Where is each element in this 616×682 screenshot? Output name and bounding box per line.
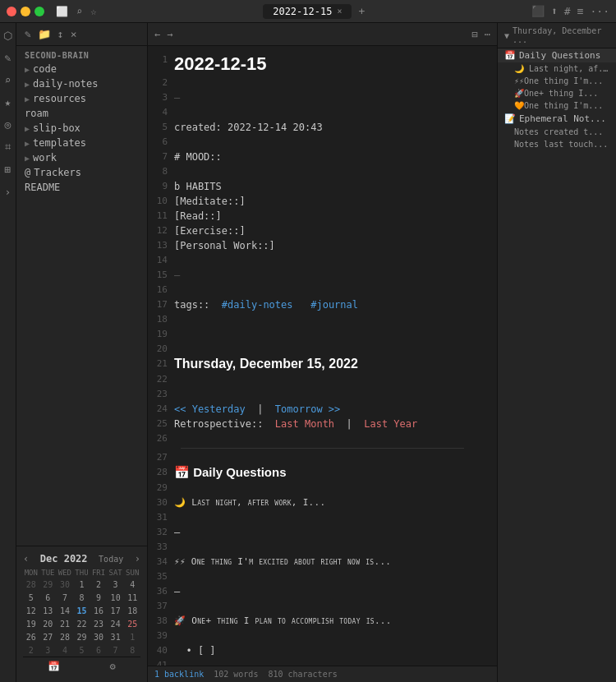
cal-day[interactable]: 30 xyxy=(57,578,73,591)
cal-day[interactable]: 7 xyxy=(57,592,73,604)
cal-day[interactable]: 16 xyxy=(90,605,107,617)
backlink-count[interactable]: 1 backlink xyxy=(154,670,204,679)
rp-item-ep[interactable]: 📝 Ephemeral Not... xyxy=(498,112,616,126)
calendar-icon[interactable]: 📅 xyxy=(48,661,60,672)
sidebar-item-resources[interactable]: ▶ resources xyxy=(16,91,147,106)
cal-day[interactable]: 8 xyxy=(74,592,90,604)
sidebar-item-daily-notes[interactable]: ▶ daily-notes xyxy=(16,76,147,91)
cal-day[interactable]: 6 xyxy=(40,592,57,604)
settings-icon[interactable]: ⚙ xyxy=(110,661,116,672)
cal-day[interactable]: 1 xyxy=(74,578,90,591)
sidebar-right-icon[interactable]: ⬛ xyxy=(531,5,545,17)
minimize-button[interactable] xyxy=(21,7,30,16)
tag-journal[interactable]: #journal xyxy=(310,299,358,311)
cal-day[interactable]: 27 xyxy=(40,631,57,643)
new-folder-icon[interactable]: 📁 xyxy=(36,26,53,42)
tag-daily-notes[interactable]: #daily-notes xyxy=(222,299,293,311)
retro-last-year[interactable]: Last Year xyxy=(364,418,417,430)
new-tab-button[interactable]: + xyxy=(358,5,365,17)
sidebar-item-roam[interactable]: roam xyxy=(16,106,147,121)
editor-content[interactable]: 1 2022-12-15 2 3 — 4 5 xyxy=(148,46,497,666)
cal-day[interactable]: 7 xyxy=(108,644,124,657)
cal-day[interactable]: 4 xyxy=(57,644,73,657)
cal-day[interactable]: 30 xyxy=(90,631,107,643)
cal-day[interactable]: 10 xyxy=(108,592,124,604)
rp-sub-q3[interactable]: 🚀One+ thing I... xyxy=(498,87,616,99)
back-button[interactable]: ← xyxy=(154,29,160,40)
cal-day[interactable]: 24 xyxy=(108,618,124,630)
new-note-icon[interactable]: ✎ xyxy=(23,26,33,42)
cal-day[interactable]: 22 xyxy=(74,618,90,630)
vault-icon[interactable]: ⬡ xyxy=(3,30,12,42)
cal-day[interactable]: 23 xyxy=(90,618,107,630)
cal-day[interactable]: 26 xyxy=(23,631,39,643)
search-left-icon[interactable]: ⌕ xyxy=(5,74,11,86)
cal-day[interactable]: 6 xyxy=(90,644,107,657)
tag-icon[interactable]: ⌗ xyxy=(5,141,11,154)
nav-yesterday[interactable]: << Yesterday xyxy=(174,403,246,415)
star-icon[interactable]: ★ xyxy=(5,96,11,108)
cal-day-today[interactable]: 15 xyxy=(74,605,90,617)
cal-day[interactable]: 20 xyxy=(40,618,57,630)
cal-day[interactable]: 2 xyxy=(23,644,39,657)
cal-prev-button[interactable]: ‹ xyxy=(23,553,29,564)
rp-item-dq[interactable]: 📅 Daily Questions xyxy=(498,48,616,62)
cal-day[interactable]: 1 xyxy=(124,631,140,643)
today-button[interactable]: Today xyxy=(99,555,123,564)
cal-day[interactable]: 5 xyxy=(23,592,39,604)
terminal-icon[interactable]: › xyxy=(5,186,11,198)
cal-day[interactable]: 9 xyxy=(90,592,107,604)
cal-day[interactable]: 3 xyxy=(40,644,57,657)
cal-day[interactable]: 13 xyxy=(40,605,57,617)
sidebar-item-readme[interactable]: README xyxy=(16,180,147,195)
bookmark-icon[interactable]: ☆ xyxy=(90,6,96,17)
cal-day[interactable]: 18 xyxy=(124,605,140,617)
active-tab[interactable]: 2022-12-15 × xyxy=(263,4,352,19)
cal-day[interactable]: 29 xyxy=(74,631,90,643)
cal-day[interactable]: 12 xyxy=(23,605,39,617)
archive-icon[interactable]: ⊞ xyxy=(5,164,11,176)
cal-day[interactable]: 29 xyxy=(40,578,57,591)
sidebar-toggle-icon[interactable]: ⬜ xyxy=(56,6,68,17)
cal-day[interactable]: 28 xyxy=(23,578,39,591)
tab-close-button[interactable]: × xyxy=(337,7,342,16)
more-icon[interactable]: ··· xyxy=(591,5,609,17)
layout-icon[interactable]: ⊟ xyxy=(472,29,478,40)
fullscreen-button[interactable] xyxy=(34,7,44,16)
cal-day[interactable]: 19 xyxy=(23,618,39,630)
rp-sub-nct[interactable]: Notes created t... xyxy=(498,126,616,138)
rp-sub-nlt[interactable]: Notes last touch... xyxy=(498,138,616,150)
rp-sub-q1[interactable]: 🌙 Last night, af... xyxy=(498,62,616,75)
cal-day[interactable]: 21 xyxy=(57,618,73,630)
cal-day-holiday[interactable]: 25 xyxy=(124,618,140,630)
cal-day[interactable]: 11 xyxy=(124,592,140,604)
cal-day[interactable]: 3 xyxy=(108,578,124,591)
graph-icon[interactable]: ◎ xyxy=(5,118,11,131)
cal-day[interactable]: 14 xyxy=(57,605,73,617)
forward-button[interactable]: → xyxy=(167,29,172,40)
cal-day[interactable]: 8 xyxy=(124,644,140,657)
list-icon[interactable]: ≡ xyxy=(577,5,584,17)
cal-day[interactable]: 2 xyxy=(90,578,107,591)
edit-icon[interactable]: ✎ xyxy=(5,52,11,64)
close-button[interactable] xyxy=(7,7,16,16)
sidebar-item-trackers[interactable]: @ Trackers xyxy=(16,165,147,180)
cal-day[interactable]: 28 xyxy=(57,631,73,643)
retro-last-month[interactable]: Last Month xyxy=(275,418,334,430)
nav-tomorrow[interactable]: Tomorrow >> xyxy=(275,403,340,415)
sidebar-item-code[interactable]: ▶ code xyxy=(16,62,147,76)
sidebar-item-templates[interactable]: ▶ templates xyxy=(16,136,147,150)
hash-icon[interactable]: # xyxy=(564,5,571,17)
cal-day[interactable]: 5 xyxy=(74,644,90,657)
rp-sub-q4[interactable]: 🧡One thing I'm... xyxy=(498,99,616,112)
more-options-icon[interactable]: ⋯ xyxy=(485,29,490,40)
cal-day[interactable]: 31 xyxy=(108,631,124,643)
cal-day[interactable]: 4 xyxy=(124,578,140,591)
sidebar-item-slip-box[interactable]: ▶ slip-box xyxy=(16,121,147,136)
cal-day[interactable]: 17 xyxy=(108,605,124,617)
sort-icon[interactable]: ↕ xyxy=(56,26,66,42)
cal-next-button[interactable]: › xyxy=(135,553,140,564)
search-icon[interactable]: ⌕ xyxy=(76,6,82,17)
rp-sub-q2[interactable]: ⚡⚡One thing I'm... xyxy=(498,75,616,87)
sidebar-item-work[interactable]: ▶ work xyxy=(16,150,147,165)
